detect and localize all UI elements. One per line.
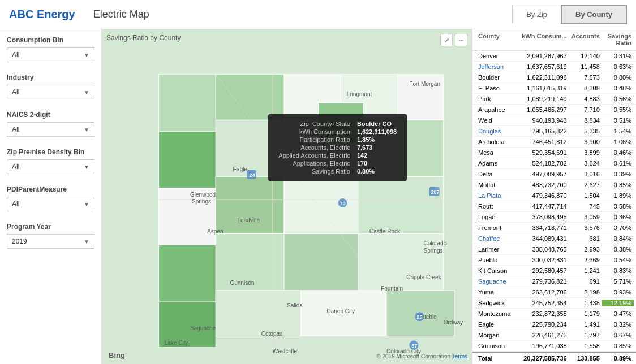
county-cell: Eagle — [475, 321, 514, 328]
filter-select[interactable]: 2019 ▼ — [7, 234, 94, 249]
savings-cell: 0.93% — [602, 289, 634, 296]
svg-marker-11 — [284, 177, 358, 234]
filter-select[interactable]: All ▼ — [7, 122, 94, 137]
kwh-cell: 529,354,691 — [514, 149, 569, 156]
chevron-down-icon: ▼ — [84, 127, 89, 133]
accounts-cell: 11,458 — [569, 63, 602, 70]
county-cell: Denver — [475, 53, 514, 59]
table-row[interactable]: Logan 378,098,495 3,059 0.36% — [472, 212, 636, 223]
savings-cell: 0.85% — [602, 343, 634, 349]
map-controls: ⤢ ··· — [440, 34, 467, 46]
chevron-down-icon: ▼ — [84, 52, 89, 58]
county-cell: Pueblo — [475, 257, 514, 263]
filter-label: Zip Premise Density Bin — [7, 148, 94, 156]
table-row[interactable]: Eagle 225,790,234 1,491 0.32% — [472, 319, 636, 330]
table-row[interactable]: Park 1,089,219,149 4,883 0.56% — [472, 94, 636, 105]
svg-marker-10 — [216, 177, 284, 234]
table-row[interactable]: Montezuma 232,872,355 1,179 0.47% — [472, 309, 636, 319]
by-zip-button[interactable]: By Zip — [512, 5, 561, 24]
savings-cell: 1.54% — [602, 128, 634, 135]
table-row[interactable]: Jefferson 1,637,657,619 11,458 0.63% — [472, 62, 636, 72]
savings-cell: 0.83% — [602, 267, 634, 274]
filter-select[interactable]: All ▼ — [7, 85, 94, 99]
table-row[interactable]: Boulder 1,622,311,098 7,673 0.80% — [472, 72, 636, 83]
savings-cell: 0.36% — [602, 214, 634, 220]
table-row[interactable]: Adams 524,182,782 3,824 0.61% — [472, 158, 636, 169]
filter-group: NAICS 2-digit All ▼ — [7, 111, 94, 137]
svg-text:Cotopaxi: Cotopaxi — [261, 331, 284, 337]
table-row[interactable]: Kit Carson 292,580,457 1,241 0.83% — [472, 266, 636, 276]
svg-marker-9 — [159, 131, 216, 188]
filter-select[interactable]: All ▼ — [7, 47, 94, 62]
accounts-cell: 3,059 — [569, 214, 602, 220]
county-cell: El Paso — [475, 85, 514, 92]
table-row[interactable]: Saguache 279,736,821 691 5.71% — [472, 276, 636, 287]
svg-text:Salida: Salida — [287, 302, 303, 309]
svg-text:Eagle: Eagle — [233, 166, 247, 172]
accounts-cell: 1,491 — [569, 321, 602, 328]
accounts-cell: 1,797 — [569, 332, 602, 339]
savings-cell: 0.70% — [602, 224, 634, 231]
copyright: © 2019 Microsoft Corporation Terms — [376, 353, 467, 359]
kwh-cell: 196,771,038 — [514, 343, 569, 349]
svg-text:Cripple Creek: Cripple Creek — [406, 274, 441, 280]
view-toggle: By Zip By County — [512, 5, 627, 24]
accounts-cell: 1,558 — [569, 343, 602, 349]
svg-text:Saguache: Saguache — [190, 325, 216, 331]
accounts-cell: 7,673 — [569, 74, 602, 81]
filter-select[interactable]: All ▼ — [7, 197, 94, 211]
chevron-down-icon: ▼ — [84, 89, 89, 96]
table-row[interactable]: Routt 417,447,714 745 0.58% — [472, 201, 636, 212]
kwh-cell: 497,089,957 — [514, 171, 569, 177]
svg-text:Aspen: Aspen — [207, 228, 224, 235]
county-cell: Chaffee — [475, 235, 514, 242]
savings-cell: 0.54% — [602, 257, 634, 263]
table-body: Denver 2,091,287,967 12,140 0.31% Jeffer… — [472, 51, 636, 352]
savings-cell: 0.55% — [602, 106, 634, 113]
table-row[interactable]: Mesa 529,354,691 3,899 0.46% — [472, 148, 636, 158]
table-row[interactable]: Archuleta 746,451,812 3,900 1.06% — [472, 137, 636, 148]
table-row[interactable]: Fremont 364,713,771 3,576 0.70% — [472, 223, 636, 233]
total-kwh: 20,327,585,736 — [514, 355, 569, 362]
savings-cell: 0.35% — [602, 181, 634, 188]
app-logo: ABC Energy — [9, 8, 75, 21]
savings-cell: 0.51% — [602, 117, 634, 124]
table-row[interactable]: Larimer 338,048,765 2,993 0.38% — [472, 244, 636, 255]
more-options-icon[interactable]: ··· — [455, 34, 467, 46]
accounts-cell: 745 — [569, 203, 602, 210]
table-row[interactable]: Sedgwick 245,752,354 1,438 12.19% — [472, 298, 636, 309]
table-row[interactable]: El Paso 1,161,015,319 8,308 0.48% — [472, 83, 636, 94]
svg-text:70: 70 — [340, 201, 346, 206]
accounts-cell: 3,576 — [569, 224, 602, 231]
accounts-cell: 681 — [569, 235, 602, 242]
by-county-button[interactable]: By County — [561, 5, 627, 24]
table-row[interactable]: Chaffee 344,089,431 681 0.84% — [472, 233, 636, 244]
savings-cell: 0.38% — [602, 246, 634, 253]
table-row[interactable]: Denver 2,091,287,967 12,140 0.31% — [472, 51, 636, 62]
table-row[interactable]: Delta 497,089,957 3,016 0.39% — [472, 169, 636, 180]
accounts-cell: 8,308 — [569, 85, 602, 92]
filter-select[interactable]: All ▼ — [7, 159, 94, 174]
kwh-cell: 2,091,287,967 — [514, 53, 569, 59]
kwh-cell: 220,461,275 — [514, 332, 569, 339]
table-row[interactable]: Pueblo 300,032,831 2,369 0.54% — [472, 255, 636, 266]
table-row[interactable]: Arapahoe 1,055,465,297 7,710 0.55% — [472, 105, 636, 115]
table-row[interactable]: Gunnison 196,771,038 1,558 0.85% — [472, 341, 636, 352]
svg-text:Longmont: Longmont — [347, 91, 372, 97]
filter-label: Consumption Bin — [7, 36, 94, 44]
table-row[interactable]: Morgan 220,461,275 1,797 0.67% — [472, 330, 636, 341]
table-row[interactable]: Yuma 263,612,706 2,198 0.93% — [472, 287, 636, 298]
table-row[interactable]: Moffat 483,732,700 2,627 0.35% — [472, 180, 636, 190]
accounts-cell: 2,369 — [569, 257, 602, 263]
expand-icon[interactable]: ⤢ — [440, 34, 453, 46]
savings-cell: 0.61% — [602, 160, 634, 167]
table-row[interactable]: Weld 940,193,943 8,834 0.51% — [472, 115, 636, 126]
bing-logo: Bing — [109, 351, 125, 359]
table-row[interactable]: Douglas 795,165,822 5,335 1.54% — [472, 126, 636, 137]
table-row[interactable]: La Plata 479,346,870 1,504 1.89% — [472, 190, 636, 201]
svg-marker-17 — [159, 245, 216, 302]
savings-cell: 0.46% — [602, 149, 634, 156]
filter-value: All — [12, 125, 19, 133]
county-cell: Adams — [475, 160, 514, 167]
terms-link[interactable]: Terms — [452, 353, 467, 359]
